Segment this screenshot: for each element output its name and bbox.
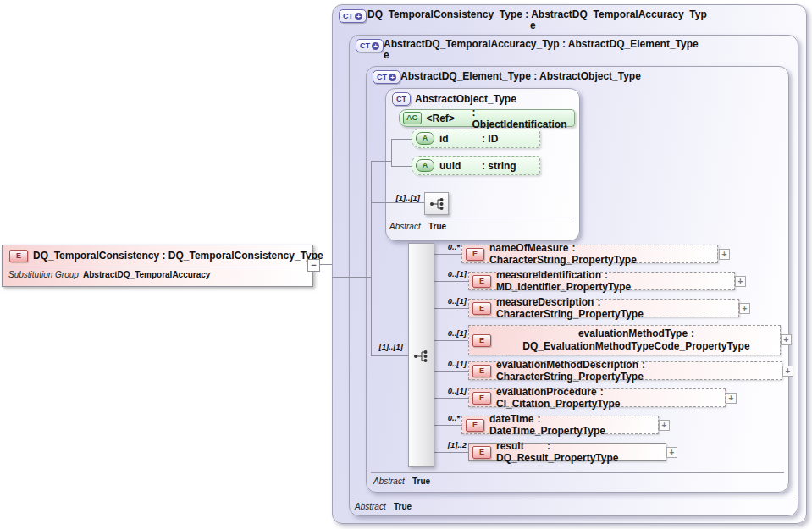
expand-button[interactable]: +: [781, 334, 792, 345]
element-icon: E: [466, 248, 484, 261]
element-name: dateTime: [489, 413, 533, 425]
complex-type-icon[interactable]: CT+: [356, 39, 384, 52]
element-icon: E: [472, 446, 491, 459]
expand-button[interactable]: +: [659, 420, 670, 431]
complex-type-icon[interactable]: CT: [392, 92, 411, 106]
connector-line: [433, 425, 461, 426]
attribute-icon: A: [416, 159, 434, 172]
abstract-value: True: [394, 502, 412, 511]
type-box3-title: AbstractDQ_Element_Type : AbstractObject…: [400, 70, 641, 82]
connector-line: [318, 264, 332, 265]
element-dateTime[interactable]: E dateTime: DateTime_PropertyType: [461, 416, 659, 434]
cardinality-label: 0..*: [426, 413, 460, 422]
element-name: measureDescription: [496, 296, 594, 308]
substitution-group-label: Substitution Group: [8, 270, 79, 279]
ct-icon-label: CT: [360, 41, 370, 50]
element-icon: E: [466, 419, 484, 432]
complex-type-icon[interactable]: CT+: [373, 70, 400, 84]
connector-line: [391, 139, 392, 167]
substitution-group-value: AbstractDQ_TemporalAccuracy: [83, 270, 210, 279]
ct-icon-label: CT: [377, 73, 387, 81]
element-evaluationMethodType[interactable]: E evaluationMethodType: DQ_EvaluationMet…: [468, 325, 781, 355]
connector-line: [433, 254, 461, 255]
sequence-cardinality: [1]..[1]: [388, 193, 420, 202]
cardinality-label: 0..[1]: [433, 328, 467, 338]
element-name: nameOfMeasure: [489, 242, 568, 254]
sequence-compositor-bar[interactable]: [408, 243, 434, 467]
abstract-value: True: [428, 222, 446, 231]
element-name: evaluationMethodDescription: [496, 359, 638, 371]
connector-line: [433, 371, 468, 372]
complex-type-icon[interactable]: CT+: [339, 9, 367, 23]
expand-button[interactable]: +: [666, 447, 677, 458]
element-name: measureIdentification: [496, 269, 601, 281]
connector-line: [433, 281, 468, 282]
sequence-glyph: [413, 350, 428, 363]
element-measureDescription[interactable]: E measureDescription: CharacterString_Pr…: [468, 299, 739, 317]
element-icon: E: [472, 392, 491, 405]
sequence-glyph: [429, 197, 445, 211]
attribute-uuid[interactable]: A uuid : string: [412, 156, 540, 175]
attribute-id[interactable]: A id : ID: [412, 129, 540, 148]
connector-line: [433, 398, 468, 399]
content-model-cardinality: [1]..[1]: [371, 342, 403, 351]
abstract-separator: [389, 218, 574, 218]
global-element-dq-temporalconsistency[interactable]: E DQ_TemporalConsistency : DQ_TemporalCo…: [2, 245, 313, 287]
cardinality-label: [1]..2: [433, 440, 467, 449]
schema-diagram: CT+ DQ_TemporalConsistency_Type : Abstra…: [0, 0, 812, 529]
expand-circle-icon: +: [355, 13, 362, 20]
element-icon: E: [472, 302, 491, 315]
type-box2-title: AbstractDQ_TemporalAccuracy_Typ : Abstra…: [384, 38, 699, 50]
abstract-separator: [354, 499, 793, 499]
ct-icon-label: CT: [396, 95, 406, 103]
connector-line: [433, 308, 468, 309]
connector-line: [433, 452, 468, 453]
element-name: evaluationMethodType: [578, 328, 688, 339]
element-icon: E: [9, 250, 28, 262]
expand-button[interactable]: +: [739, 303, 750, 314]
abstract-label: Abstract: [355, 502, 386, 511]
expand-button[interactable]: +: [726, 393, 737, 404]
element-icon: E: [472, 365, 491, 377]
connector-line: [371, 161, 391, 162]
cardinality-label: 0..[1]: [433, 269, 467, 278]
type-box1-title: DQ_TemporalConsistency_Type : AbstractDQ…: [367, 8, 707, 20]
element-nameOfMeasure[interactable]: E nameOfMeasure: CharacterString_Propert…: [461, 245, 718, 263]
connector-line: [332, 277, 371, 278]
element-name: result: [496, 440, 544, 452]
element-evaluationProcedure[interactable]: E evaluationProcedure: CI_Citation_Prope…: [468, 388, 726, 407]
connector-line: [371, 202, 424, 203]
attribute-icon: A: [416, 132, 434, 145]
attribute-group-name: <Ref>: [427, 113, 469, 124]
collapse-button[interactable]: −: [307, 259, 320, 272]
cardinality-label: 0..[1]: [433, 386, 467, 395]
expand-button[interactable]: +: [735, 276, 746, 287]
expand-circle-icon: +: [372, 42, 379, 50]
abstract-label: Abstract: [389, 222, 421, 231]
type-box4-title: AbstractObject_Type: [415, 93, 516, 105]
attribute-name: id: [439, 133, 478, 145]
connector-line: [371, 355, 408, 356]
element-separator: [7, 267, 308, 267]
element-title: DQ_TemporalConsistency : DQ_TemporalCons…: [33, 250, 323, 262]
expand-circle-icon: +: [389, 74, 396, 81]
attribute-group-type: : ObjectIdentification: [472, 107, 572, 130]
attribute-type: : ID: [482, 133, 498, 145]
element-result[interactable]: E result: DQ_Result_PropertyType: [468, 443, 666, 461]
ct-icon-label: CT: [343, 12, 353, 20]
connector-line: [391, 166, 413, 167]
abstract-separator: [371, 472, 784, 473]
type-box1-title-wrap: e: [530, 19, 536, 31]
expand-button[interactable]: +: [782, 366, 793, 377]
attribute-group-ref[interactable]: AG <Ref> : ObjectIdentification: [399, 109, 575, 127]
element-name: evaluationProcedure: [496, 386, 597, 398]
cardinality-label: 0..[1]: [433, 359, 467, 368]
sequence-icon[interactable]: [424, 192, 449, 215]
element-evaluationMethodDescription[interactable]: E evaluationMethodDescription: Character…: [468, 361, 782, 380]
element-measureIdentification[interactable]: E measureIdentification: MD_Identifier_P…: [468, 272, 735, 290]
abstract-label: Abstract: [373, 477, 405, 486]
element-icon: E: [472, 334, 491, 347]
cardinality-label: 0..*: [426, 242, 460, 251]
element-icon: E: [472, 275, 491, 288]
expand-button[interactable]: +: [719, 249, 730, 260]
